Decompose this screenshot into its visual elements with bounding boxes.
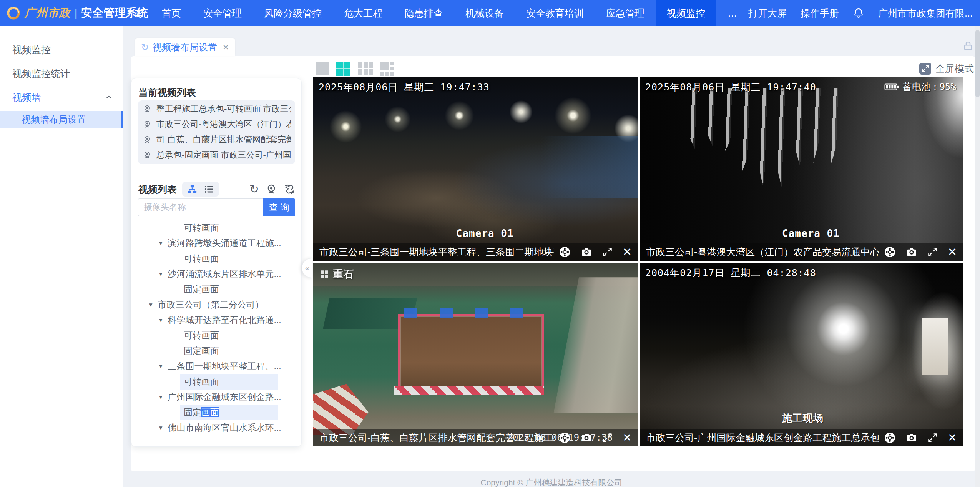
scrollbar-thumb[interactable] (975, 30, 980, 97)
sidebar-item-video-wall-layout[interactable]: 视频墙布局设置 (0, 111, 123, 128)
close-video-icon[interactable]: ✕ (948, 432, 957, 443)
tree-item[interactable]: 可转画面 (131, 220, 300, 235)
sidebar-item-label: 视频监控统计 (12, 67, 70, 80)
camera-brand-logo: 重石 (319, 267, 354, 281)
snapshot-icon[interactable] (906, 246, 917, 258)
brand: 广州市政 | 安全管理系统 (0, 5, 128, 21)
current-video-item-label: 司-白蕉、白藤片区排水管网配套完善工程施工 (156, 134, 291, 145)
tree-item-label: 可转画面 (184, 330, 219, 341)
caret-down-icon[interactable]: ▾ (159, 239, 163, 247)
sidebar-item-video-wall[interactable]: 视频墙 (0, 85, 123, 109)
manual-button[interactable]: 操作手册 (801, 7, 839, 20)
caret-down-icon[interactable]: ▾ (149, 301, 153, 309)
tree-item[interactable]: ▾滨河路跨墩头涌通道工程施... (131, 235, 300, 251)
scene-decoration (553, 277, 638, 413)
video-tile[interactable]: 2025年08月06日 星期三 19:47:40 蓄电池：95% Camera … (640, 77, 963, 261)
caret-down-icon[interactable]: ▾ (159, 316, 163, 324)
tree-item[interactable]: 可转画面 (131, 374, 300, 389)
app-root: 广州市政 | 安全管理系统 首页安全管理风险分级管控危大工程隐患排查机械设备安全… (0, 0, 980, 493)
bell-icon[interactable] (853, 7, 864, 19)
caret-down-icon[interactable]: ▾ (159, 362, 163, 370)
close-video-icon[interactable]: ✕ (948, 246, 957, 258)
ptz-control-icon[interactable] (559, 246, 571, 258)
layout-grid2-button[interactable] (336, 62, 350, 76)
ptz-control-icon[interactable] (559, 432, 571, 444)
tab-video-wall-layout[interactable]: ↻ 视频墙布局设置 ✕ (135, 38, 235, 56)
tree-item-label: 沙河涌流域东片区排水单元... (168, 268, 281, 280)
fullscreen-mode-button[interactable]: 全屏模式 (919, 61, 974, 76)
nav-item[interactable]: 危大工程 (333, 0, 394, 26)
current-video-item[interactable]: 整工程施工总承包-可转画面 市政三公司-三 (138, 101, 295, 117)
tree-item[interactable]: 可转画面 (131, 328, 300, 343)
caret-down-icon[interactable]: ▾ (159, 393, 163, 401)
tree-item[interactable]: 可转画面 (131, 251, 300, 266)
layout-mixed-button[interactable] (380, 62, 394, 76)
tree-item[interactable]: ▾沙河涌流域东片区排水单元... (131, 266, 300, 281)
camera-search-input[interactable] (138, 198, 263, 216)
webcam-icon[interactable] (265, 183, 277, 195)
camera-watermark: 施工现场 (782, 411, 824, 425)
search-button[interactable]: 查 询 (263, 198, 295, 216)
fullscreen-icon[interactable] (602, 247, 613, 257)
tree-item-label: 固定画面 (184, 345, 219, 357)
nav-item[interactable]: 首页 (151, 0, 192, 26)
caret-down-icon[interactable]: ▾ (159, 424, 163, 432)
list-view-icon[interactable] (204, 184, 214, 195)
tree-item[interactable]: ▾市政三公司（第二分公司） (131, 297, 300, 312)
tree-item[interactable]: ▾三条围一期地块平整工程、... (131, 358, 300, 374)
nav-item[interactable]: 安全管理 (192, 0, 253, 26)
fullscreen-icon[interactable] (927, 247, 938, 257)
current-video-item[interactable]: 总承包-固定画面 市政三公司-广州国际金融 (138, 147, 295, 163)
close-video-icon[interactable]: ✕ (623, 246, 632, 258)
tree-item[interactable]: ▾科学城开达路至石化北路通... (131, 312, 300, 328)
nav-item[interactable]: 应急管理 (595, 0, 656, 26)
tree-item[interactable]: 固定画面 (131, 405, 300, 420)
ptz-control-icon[interactable] (884, 246, 896, 258)
footer-copyright: Copyright © 广州穗建建造科技有限公司 (123, 477, 980, 488)
current-video-list-title: 当前视频列表 (138, 86, 196, 99)
snapshot-icon[interactable] (581, 432, 592, 443)
fullscreen-icon[interactable] (927, 433, 938, 443)
nav-item[interactable]: … (716, 0, 748, 26)
fullscreen-icon[interactable] (602, 433, 613, 443)
company-name[interactable]: 广州市市政集团有限... (878, 7, 973, 20)
video-tile[interactable]: 2025年08月06日 星期三 19:47:33 Camera 01 市政三公司… (313, 77, 638, 261)
nav-item[interactable]: 机械设备 (454, 0, 515, 26)
brand-divider: | (75, 7, 77, 19)
tree-item-label: 固定画面 (180, 405, 278, 420)
video-tile[interactable]: 2004年02月17日 星期二 04:28:48 施工现场 市政三公司-广州国际… (640, 263, 963, 446)
snapshot-icon[interactable] (906, 432, 917, 443)
refresh-icon[interactable]: ↻ (249, 183, 259, 195)
layout-grid6-button[interactable] (358, 62, 373, 75)
sidebar: 视频监控 视频监控统计 视频墙 视频墙布局设置 (0, 26, 123, 493)
video-tile[interactable]: 重石 市政三公司-白蕉、白藤片区排水管网配套完善工程施工-可转画面 2025-0… (313, 263, 638, 446)
fullscreen-mode-icon (919, 63, 931, 75)
close-video-icon[interactable]: ✕ (623, 432, 632, 443)
tree-item[interactable]: ▾佛山市南海区官山水系水环... (131, 420, 300, 435)
tree-item-label: 市政三公司（第二分公司） (158, 299, 264, 311)
tree-item[interactable]: 固定画面 (131, 281, 300, 297)
layout-single-button[interactable] (316, 62, 329, 75)
video-caption-bar: 市政三公司-三条围一期地块平整工程、三条围二期地块平整工程施工总承... ✕ (313, 243, 638, 261)
sidebar-item-video-monitor-stats[interactable]: 视频监控统计 (0, 62, 123, 85)
nav-item[interactable]: 风险分级管控 (253, 0, 333, 26)
close-tab-icon[interactable]: ✕ (223, 43, 229, 52)
disconnect-icon[interactable] (284, 183, 296, 195)
tree-item[interactable]: 固定画面 (131, 343, 300, 358)
open-bigscreen-button[interactable]: 打开大屏 (748, 7, 787, 20)
nav-item[interactable]: 隐患排查 (394, 0, 454, 26)
current-video-item[interactable]: 市政三公司-粤港澳大湾区（江门）农产品交 (138, 117, 295, 132)
tree-item[interactable]: ▾广州国际金融城东区创金路... (131, 389, 300, 405)
current-video-item-label: 整工程施工总承包-可转画面 市政三公司-三 (156, 103, 291, 115)
nav-item[interactable]: 安全教育培训 (515, 0, 595, 26)
video-caption: 市政三公司-三条围一期地块平整工程、三条围二期地块平整工程施工总承... (319, 246, 554, 258)
ptz-control-icon[interactable] (884, 432, 896, 444)
menu-collapse-icon[interactable] (128, 8, 151, 18)
tree-view-icon[interactable] (187, 184, 198, 195)
current-video-item[interactable]: 司-白蕉、白藤片区排水管网配套完善工程施工 (138, 132, 295, 147)
nav-item[interactable]: 视频监控 (656, 0, 716, 26)
refresh-tab-icon[interactable]: ↻ (141, 42, 149, 53)
caret-down-icon[interactable]: ▾ (159, 270, 163, 278)
sidebar-item-video-monitor[interactable]: 视频监控 (0, 38, 123, 62)
snapshot-icon[interactable] (581, 246, 592, 258)
